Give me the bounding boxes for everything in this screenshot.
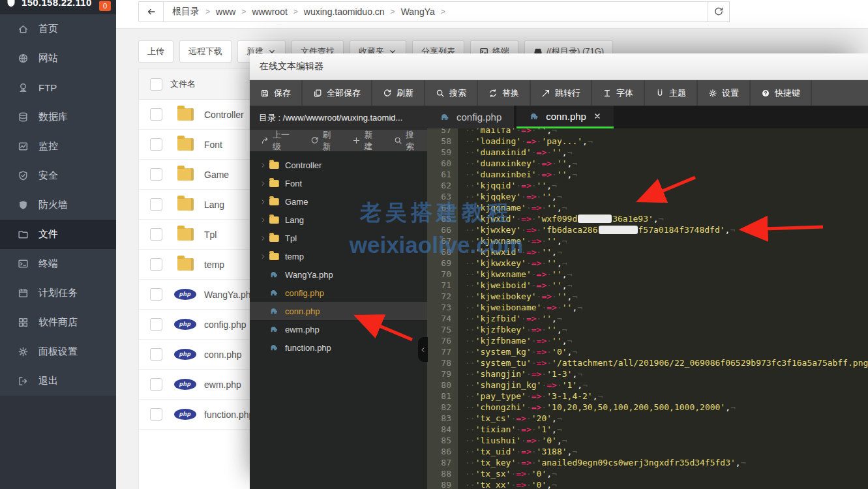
- row-checkbox[interactable]: [150, 168, 162, 181]
- tree-file-function.php[interactable]: function.php: [250, 338, 427, 357]
- editor-toolbar-search-button[interactable]: 搜索: [425, 80, 478, 106]
- file-name: Controller: [204, 110, 244, 120]
- tree-file-WangYa.php[interactable]: WangYa.php: [250, 265, 427, 284]
- line-number: 82: [427, 402, 451, 413]
- php-elephant-icon: [269, 307, 279, 315]
- editor-toolbar-saveall-button[interactable]: 全部保存: [303, 80, 372, 106]
- sidebar-item-terminal[interactable]: 终端: [0, 249, 116, 278]
- editor-toolbar-settings-button[interactable]: 设置: [698, 80, 751, 106]
- breadcrumb-items: 根目录>www>wwwroot>wuxing.taomiduo.cn>WangY…: [164, 2, 445, 22]
- file-name: Game: [204, 170, 229, 180]
- code-line: ··'kjweiboid'·=>·'',¬: [465, 280, 868, 291]
- redaction-blur: [599, 226, 638, 234]
- tree-file-conn.php[interactable]: conn.php: [250, 302, 427, 320]
- tree-toolbar-up-button[interactable]: 上一级: [255, 129, 302, 153]
- php-file-icon: php: [174, 319, 196, 330]
- line-number: 85: [427, 435, 451, 446]
- main-content: 根目录>www>wwwroot>wuxing.taomiduo.cn>WangY…: [116, 0, 868, 489]
- file-name: temp: [204, 259, 224, 270]
- sidebar-item-files[interactable]: 文件: [0, 220, 116, 249]
- editor-file-tree-panel: 目录 : /www/wwwroot/wuxing.taomid... 上一级 刷…: [250, 106, 427, 489]
- folder-icon: [269, 216, 279, 224]
- tree-file-config.php[interactable]: config.php: [250, 284, 427, 302]
- row-checkbox[interactable]: [150, 378, 162, 391]
- breadcrumb-item[interactable]: wuxing.taomiduo.cn: [304, 7, 385, 17]
- editor-toolbar-hotkey-button[interactable]: 快捷键: [751, 80, 812, 106]
- line-number: 74: [427, 313, 451, 324]
- row-checkbox[interactable]: [150, 138, 162, 151]
- search-icon: [394, 136, 402, 145]
- editor-toolbar-refresh-button[interactable]: 刷新: [372, 80, 425, 106]
- sidebar-item-globe[interactable]: 网站: [0, 44, 116, 73]
- tree-folder-Tpl[interactable]: Tpl: [250, 229, 427, 247]
- tree-folder-Controller[interactable]: Controller: [250, 156, 427, 174]
- sidebar-item-security[interactable]: 安全: [0, 161, 116, 190]
- row-checkbox[interactable]: [150, 108, 162, 121]
- code-line: ··'shangjin'·=>·'1-3',¬: [465, 368, 868, 379]
- editor-toolbar-goto-button[interactable]: 跳转行: [531, 80, 592, 106]
- sidebar-item-database[interactable]: 数据库: [0, 102, 116, 132]
- editor-toolbar-replace-button[interactable]: 替换: [478, 80, 531, 106]
- select-all-checkbox[interactable]: [150, 78, 162, 91]
- toolbar-button-btn[interactable]: 上传: [138, 40, 173, 63]
- editor-toolbar-theme-button[interactable]: 主题: [645, 80, 698, 106]
- sidebar-item-home[interactable]: 首页: [0, 14, 116, 44]
- breadcrumb-separator: >: [391, 7, 395, 16]
- collapse-tree-handle[interactable]: [418, 337, 428, 362]
- toolbar-button-btn[interactable]: 远程下载: [179, 40, 232, 63]
- editor-tab-config.php[interactable]: config.php: [427, 106, 514, 128]
- tree-folder-Game[interactable]: Game: [250, 192, 427, 211]
- close-tab-icon[interactable]: [593, 112, 601, 120]
- breadcrumb-item[interactable]: www: [216, 7, 235, 17]
- chevron-right-icon: [260, 235, 267, 242]
- tree-file-ewm.php[interactable]: ewm.php: [250, 320, 427, 338]
- sidebar-item-label: FTP: [38, 82, 57, 93]
- line-number: 83: [427, 413, 451, 424]
- line-number: 79: [427, 368, 451, 379]
- sidebar-item-settings[interactable]: 面板设置: [0, 337, 116, 366]
- message-badge[interactable]: 0: [99, 1, 111, 11]
- row-checkbox[interactable]: [150, 258, 162, 271]
- tree-folder-Lang[interactable]: Lang: [250, 211, 427, 229]
- sidebar-item-label: 网站: [38, 52, 58, 65]
- tree-toolbar-search-button[interactable]: 搜索: [388, 129, 427, 153]
- breadcrumb-item[interactable]: 根目录: [172, 6, 200, 18]
- line-number: 62: [427, 180, 451, 191]
- breadcrumb-item[interactable]: wwwroot: [252, 7, 287, 17]
- sidebar-item-logout[interactable]: 退出: [0, 366, 116, 396]
- row-checkbox[interactable]: [150, 348, 162, 361]
- replace-icon: [488, 89, 498, 98]
- editor-tab-conn.php[interactable]: conn.php: [516, 106, 614, 128]
- editor-toolbar-save-button[interactable]: 保存: [250, 80, 303, 106]
- sidebar-menu: 首页 网站 FTP 数据库 监控 安全 防火墙 文件 终端 计划任务 软件商店 …: [0, 14, 116, 396]
- code-editor[interactable]: 5758596061626364656667686970717273747576…: [427, 128, 868, 489]
- breadcrumb: 根目录>www>wwwroot>wuxing.taomiduo.cn>WangY…: [138, 1, 729, 22]
- row-checkbox[interactable]: [150, 228, 162, 241]
- editor-toolbar-font-button[interactable]: 字体: [592, 80, 645, 106]
- server-ip-bar[interactable]: 150.158.22.110 0: [0, 0, 116, 14]
- refresh-button[interactable]: [708, 1, 730, 22]
- code-line: ··'tx_sx'·=>·'0',¬: [465, 468, 868, 479]
- tree-toolbar: 上一级 刷新 新建 搜索: [250, 130, 427, 151]
- row-checkbox[interactable]: [150, 198, 162, 211]
- breadcrumb-separator: >: [241, 7, 246, 16]
- sidebar-item-monitor[interactable]: 监控: [0, 132, 116, 161]
- sidebar-item-store[interactable]: 软件商店: [0, 308, 116, 337]
- breadcrumb-item[interactable]: WangYa: [401, 7, 435, 17]
- chevron-right-icon: [260, 253, 267, 260]
- refresh-icon: [383, 89, 392, 98]
- sidebar-item-firewall[interactable]: 防火墙: [0, 190, 116, 220]
- row-checkbox[interactable]: [150, 288, 162, 301]
- line-number: 78: [427, 357, 451, 368]
- tree-folder-temp[interactable]: temp: [250, 247, 427, 265]
- sidebar-item-label: 面板设置: [38, 346, 78, 358]
- tree-toolbar-plus-button[interactable]: 新建: [346, 129, 385, 153]
- back-button[interactable]: [139, 2, 164, 22]
- sidebar-item-cron[interactable]: 计划任务: [0, 278, 116, 308]
- sidebar: 150.158.22.110 0 首页 网站 FTP 数据库 监控 安全 防火墙…: [0, 0, 116, 489]
- sidebar-item-ftp[interactable]: FTP: [0, 73, 116, 102]
- tree-folder-Font[interactable]: Font: [250, 174, 427, 192]
- row-checkbox[interactable]: [150, 408, 162, 421]
- row-checkbox[interactable]: [150, 318, 162, 331]
- tree-toolbar-refresh-button[interactable]: 刷新: [305, 129, 344, 153]
